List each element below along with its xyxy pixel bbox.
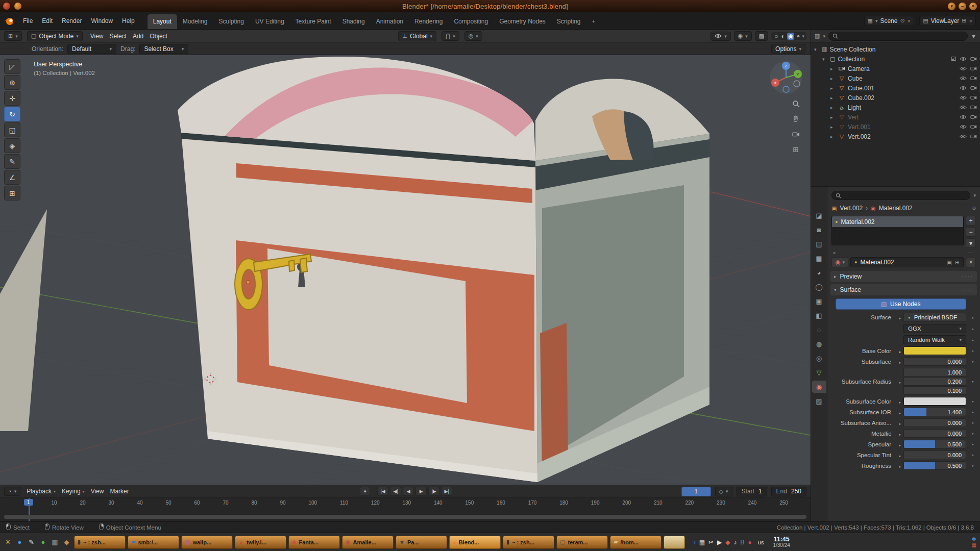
property-dropdown[interactable]: GGX▾ — [903, 324, 966, 333]
viewport-menu-item[interactable]: Select — [107, 32, 129, 41]
topbar-menu-item[interactable]: File — [18, 15, 37, 27]
timeline-scrollbar[interactable] — [4, 515, 806, 519]
blender-logo-icon[interactable] — [4, 16, 14, 26]
disable-render-icon[interactable] — [970, 75, 977, 82]
properties-tab[interactable]: ▤ — [812, 238, 826, 250]
animate-dot-icon[interactable]: ● — [966, 360, 979, 363]
properties-tab[interactable]: ◪ — [812, 209, 826, 221]
value-slider[interactable]: 0.000 — [903, 418, 966, 427]
disable-render-icon[interactable] — [970, 104, 977, 111]
disclosure-triangle[interactable]: ▸ — [830, 105, 836, 110]
workspace-tab[interactable]: Shading — [337, 14, 371, 29]
properties-tab[interactable]: ◕ — [812, 266, 826, 279]
tool-button[interactable]: ∠ — [4, 170, 20, 185]
disable-render-icon[interactable] — [970, 123, 977, 131]
disclosure-triangle[interactable]: ▾ — [814, 47, 819, 52]
pin-icon[interactable]: ⊙ — [972, 206, 976, 211]
shader-ref-button[interactable]: ●Principled BSDF — [903, 313, 966, 322]
overlays-button[interactable]: ◉▾ — [734, 31, 752, 41]
workspace-tab[interactable]: Layout — [148, 14, 177, 29]
transport-button[interactable]: ◀ — [403, 487, 414, 496]
browse-material-button[interactable]: ◉▾ — [831, 257, 848, 267]
tool-button[interactable]: ◸ — [4, 59, 20, 74]
material-name-field[interactable]: ● Material.002 ▣ ⊞ — [850, 257, 964, 267]
task-button[interactable]: ▼ Pa... — [396, 536, 447, 549]
value-slider[interactable]: 1.400 — [903, 408, 966, 416]
window-menu-button[interactable] — [3, 3, 10, 10]
unlink-material-button[interactable]: × — [966, 258, 976, 267]
properties-tab[interactable]: ◍ — [812, 338, 826, 350]
disclosure-triangle[interactable]: ▸ — [830, 115, 836, 120]
properties-tab[interactable]: ▣ — [812, 295, 826, 307]
slot-list-grip[interactable]: ▸···· — [827, 249, 980, 256]
properties-tab[interactable]: ▦ — [812, 252, 826, 264]
animate-dot-icon[interactable]: ● — [966, 349, 979, 353]
preview-section-header[interactable]: ▸ Preview ···· — [830, 271, 977, 282]
task-button[interactable]: ◕ Blend... — [449, 536, 501, 549]
breadcrumb-object[interactable]: Vert.002 — [840, 205, 863, 212]
disable-render-icon[interactable] — [970, 114, 977, 121]
tray-icon[interactable]: B — [741, 539, 745, 546]
tool-button[interactable]: ⊞ — [4, 186, 20, 201]
ortho-grid-icon[interactable]: ⊞ — [790, 144, 801, 155]
outliner-item-row[interactable]: ▸ ▽ ☼ Camera — [811, 64, 980, 73]
task-button[interactable]: ▮ ~ : zsh... — [74, 536, 126, 549]
value-slider[interactable]: 0.500 — [903, 461, 966, 470]
launcher-icon[interactable]: ● — [38, 537, 48, 548]
animate-dot-icon[interactable]: ● — [966, 421, 979, 424]
hide-eye-icon[interactable] — [960, 133, 967, 140]
new-copy-icon[interactable]: ⊞ — [955, 259, 960, 266]
animate-dot-icon[interactable]: ● — [966, 464, 979, 467]
color-swatch[interactable] — [903, 346, 966, 355]
tool-button[interactable]: ◈ — [4, 138, 20, 153]
timeline-menu-item[interactable]: Marker▾ — [108, 488, 131, 495]
animate-dot-icon[interactable]: ● — [966, 316, 979, 319]
orientation-setting-dropdown[interactable]: Default▾ — [67, 44, 116, 54]
hide-eye-icon[interactable] — [960, 85, 967, 92]
task-button[interactable]: ◆ Fanta... — [288, 536, 340, 549]
workspace-tab[interactable]: Geometry Nodes — [494, 14, 551, 29]
vector-y-field[interactable]: 0.200 — [903, 377, 966, 386]
launcher-icon[interactable]: ▦ — [50, 537, 60, 548]
properties-search-input[interactable] — [831, 191, 970, 200]
hide-eye-icon[interactable] — [960, 123, 967, 131]
properties-tab[interactable]: ◌ — [812, 323, 826, 336]
workspace-tab[interactable]: Sculpting — [213, 14, 250, 29]
add-slot-button[interactable]: + — [966, 216, 976, 226]
transport-button[interactable]: |▶ — [428, 487, 439, 496]
tool-button[interactable]: ⊕ — [4, 75, 20, 90]
shading-wireframe-button[interactable]: ○ — [773, 33, 779, 40]
shading-solid-button[interactable]: ◐ — [780, 33, 786, 40]
properties-tab[interactable]: ◯ — [812, 281, 826, 293]
outliner-item-row[interactable]: ▸ ▽ ☼ Cube.002 — [811, 93, 980, 103]
surface-section-header[interactable]: ▾ Surface ···· — [830, 284, 977, 295]
scene-selector[interactable]: ▦ ▾ Scene ⊙ × — [864, 16, 915, 26]
outliner-item-row[interactable]: ▸ ▽ ☼ Cube.001 — [811, 83, 980, 93]
chevron-down-icon[interactable]: ▾ — [823, 34, 825, 39]
timeline-menu-item[interactable]: Keying▾ — [60, 488, 87, 495]
transform-orientation-dropdown[interactable]: ⊥Global▾ — [398, 31, 436, 41]
launcher-icon[interactable]: ✳ — [3, 537, 13, 548]
disclosure-triangle[interactable]: ▸ — [830, 66, 836, 71]
shading-rendered-button[interactable]: ◓ — [795, 33, 801, 40]
vector-x-field[interactable]: 1.000 — [903, 368, 966, 377]
animate-dot-icon[interactable]: ● — [966, 410, 979, 414]
timeline-editor-type-button[interactable]: ◔▾ — [4, 487, 20, 496]
frame-end-field[interactable]: End250 — [771, 487, 806, 496]
animate-dot-icon[interactable]: ● — [966, 327, 979, 331]
tool-button[interactable]: ✛ — [4, 91, 20, 106]
outliner-editor-icon[interactable]: ▥ — [815, 33, 820, 39]
use-nodes-button[interactable]: ◫ Use Nodes — [836, 298, 966, 310]
task-button[interactable]: ▢ teram... — [556, 536, 608, 549]
xray-toggle[interactable]: ▩ — [755, 31, 768, 41]
transport-button[interactable]: ▶| — [441, 487, 452, 496]
tool-button[interactable]: ✎ — [4, 154, 20, 169]
workspace-tab[interactable]: Modeling — [177, 14, 213, 29]
animate-dot-icon[interactable]: ● — [966, 453, 979, 457]
shading-options-icon[interactable]: ▾ — [802, 34, 804, 39]
tray-icon[interactable]: ✂ — [708, 539, 714, 546]
topbar-menu-item[interactable]: Edit — [37, 15, 57, 27]
auto-keying-toggle[interactable]: ● — [360, 487, 370, 496]
timeline-ruler[interactable]: 1102030405060708090100110120130140150160… — [0, 498, 811, 521]
filter-icon[interactable]: ▼ — [971, 33, 976, 39]
